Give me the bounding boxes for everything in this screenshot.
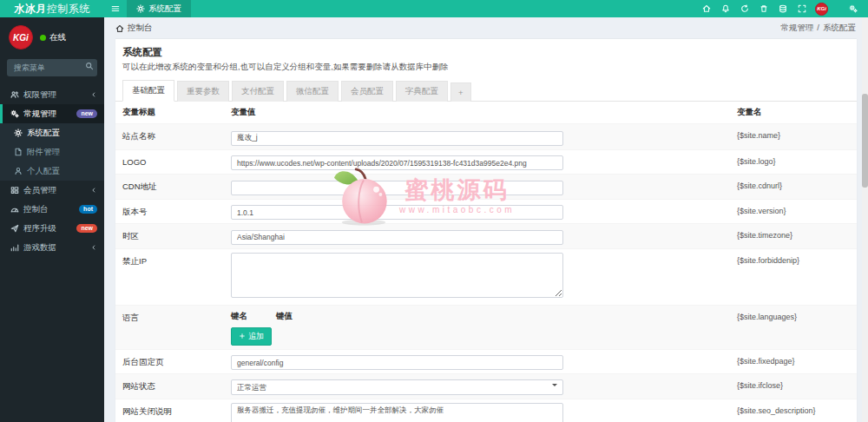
textarea-网站关闭说明[interactable] — [231, 403, 563, 422]
row-label: 网站状态 — [122, 378, 231, 392]
variable-name: {$site.forbiddenip} — [737, 253, 850, 265]
input-后台固定页[interactable] — [231, 355, 563, 370]
input-CDN地址[interactable] — [231, 181, 563, 195]
database-icon[interactable] — [773, 0, 792, 17]
home-icon[interactable] — [697, 0, 716, 17]
sidebar-item-会员管理[interactable]: 会员管理 — [0, 181, 104, 200]
config-row-站点名称: 站点名称{$site.name} — [115, 123, 857, 149]
sidebar-menu: 权限管理常规管理new系统配置附件管理个人配置会员管理控制台hot程序升级new… — [0, 82, 104, 257]
navbar-avatar[interactable]: KGi — [815, 3, 828, 16]
tab-微信配置[interactable]: 微信配置 — [286, 81, 339, 102]
breadcrumb-separator: / — [817, 23, 819, 34]
sidebar: KGi 在线 权限管理常规管理new系统配置附件管理个人配置会员管理控制台hot… — [0, 17, 104, 422]
tab-支付配置[interactable]: 支付配置 — [232, 81, 284, 102]
sidebar-item-系统配置[interactable]: 系统配置 — [0, 123, 104, 142]
row-value-cell — [231, 154, 737, 171]
row-label: 禁止IP — [122, 253, 231, 267]
th-list-icon — [10, 186, 19, 195]
gear-icon — [136, 4, 145, 13]
tab-字典配置[interactable]: 字典配置 — [396, 81, 448, 102]
expand-icon[interactable] — [792, 0, 812, 17]
row-value-cell — [231, 227, 737, 245]
breadcrumb: 控制台 常规管理 / 系统配置 — [104, 17, 868, 38]
search-input[interactable] — [7, 59, 97, 76]
page-scrollbar[interactable] — [862, 17, 868, 422]
header-variable-name: 变量名 — [737, 107, 850, 118]
row-label: 后台固定页 — [122, 353, 231, 368]
navbar-tab-system-config[interactable]: 系统配置 — [127, 0, 191, 17]
file-icon — [14, 148, 23, 156]
sidebar-item-个人配置[interactable]: 个人配置 — [0, 162, 104, 181]
row-value-cell — [231, 353, 737, 371]
row-label: LOGO — [122, 154, 231, 167]
input-LOGO[interactable] — [231, 155, 563, 170]
row-value-cell: 键名键值追加 — [231, 309, 737, 346]
input-站点名称[interactable] — [231, 131, 563, 146]
bell-icon[interactable] — [716, 0, 735, 17]
select-wrap-网站状态: 正常运营 — [231, 378, 563, 395]
trash-icon[interactable] — [754, 0, 773, 17]
append-button-label: 追加 — [248, 331, 264, 342]
system-config-card: 系统配置 可以在此增改系统的变量和分组,也可以自定义分组和变量,如果需要删除请从… — [115, 38, 857, 422]
dashboard-icon — [10, 205, 19, 214]
sidebar-toggle-icon[interactable] — [104, 0, 127, 17]
config-table: 变量标题 变量值 变量名 站点名称{$site.name}LOGO{$site.… — [115, 102, 857, 422]
chevron-left-icon — [90, 244, 97, 251]
users-icon — [10, 90, 19, 99]
config-row-网站状态: 网站状态正常运营{$site.ifclose} — [115, 373, 857, 399]
textarea-禁止IP[interactable] — [231, 253, 563, 298]
row-label: 语言 — [122, 309, 231, 324]
tab-基础配置[interactable]: 基础配置 — [122, 80, 174, 102]
user-avatar[interactable]: KGi — [9, 25, 33, 49]
sidebar-item-常规管理[interactable]: 常规管理new — [0, 104, 104, 123]
badge-new: new — [76, 224, 97, 234]
row-value-cell: 正常运营 — [231, 378, 737, 395]
app-brand: 水冰月控制系统 — [0, 0, 104, 17]
variable-name: {$site.languages} — [737, 309, 850, 321]
navbar-right-icons: KGi — [697, 0, 868, 17]
row-value-cell — [231, 253, 737, 301]
sidebar-item-控制台[interactable]: 控制台hot — [0, 200, 104, 219]
sidebar-item-label: 权限管理 — [23, 89, 90, 101]
sidebar-item-游戏数据[interactable]: 游戏数据 — [0, 238, 104, 257]
cogs-icon[interactable] — [844, 0, 863, 17]
config-row-版本号: 版本号{$site.version} — [115, 199, 857, 224]
append-button[interactable]: 追加 — [231, 327, 272, 346]
scrollbar-thumb[interactable] — [862, 94, 868, 188]
plus-icon — [239, 333, 246, 340]
row-label: 时区 — [122, 227, 231, 242]
add-tab-button[interactable]: + — [450, 82, 471, 102]
tab-会员配置[interactable]: 会员配置 — [341, 81, 393, 102]
sidebar-item-程序升级[interactable]: 程序升级new — [0, 219, 104, 238]
chevron-left-icon — [90, 91, 97, 98]
cogs-icon — [10, 109, 19, 118]
sidebar-item-附件管理[interactable]: 附件管理 — [0, 142, 104, 162]
variable-name: {$site.fixedpage} — [737, 353, 850, 366]
sidebar-item-label: 附件管理 — [27, 147, 97, 158]
input-时区[interactable] — [231, 230, 563, 245]
online-status-label: 在线 — [49, 32, 66, 43]
row-label: 版本号 — [122, 203, 231, 218]
header-variable-title: 变量标题 — [122, 107, 231, 118]
page-description: 可以在此增改系统的变量和分组,也可以自定义分组和变量,如果需要删除请从数据库中删… — [122, 62, 850, 73]
search-icon[interactable] — [85, 62, 94, 70]
select-网站状态[interactable]: 正常运营 — [231, 379, 563, 395]
config-tabs: 基础配置重要参数支付配置微信配置会员配置字典配置+ — [115, 73, 857, 102]
send-icon — [10, 224, 19, 233]
home-icon — [115, 24, 124, 33]
sidebar-item-label: 游戏数据 — [23, 242, 90, 254]
breadcrumb-parent[interactable]: 常规管理 — [780, 23, 813, 34]
row-value-cell — [231, 203, 737, 221]
brand-rest: 控制系统 — [47, 2, 90, 16]
content-area: 控制台 常规管理 / 系统配置 系统配置 可以在此增改系统的变量和分组,也可以自… — [104, 17, 868, 422]
sidebar-item-权限管理[interactable]: 权限管理 — [0, 85, 104, 104]
tab-重要参数[interactable]: 重要参数 — [177, 81, 229, 102]
header-variable-value: 变量值 — [231, 107, 737, 118]
kv-header: 键名 — [231, 311, 247, 322]
sync-icon[interactable] — [735, 0, 754, 17]
breadcrumb-left[interactable]: 控制台 — [128, 23, 153, 34]
input-版本号[interactable] — [231, 205, 563, 220]
sidebar-item-label: 系统配置 — [27, 128, 97, 139]
row-label: 网站关闭说明 — [122, 403, 231, 418]
brand-bold: 水冰月 — [14, 2, 47, 16]
